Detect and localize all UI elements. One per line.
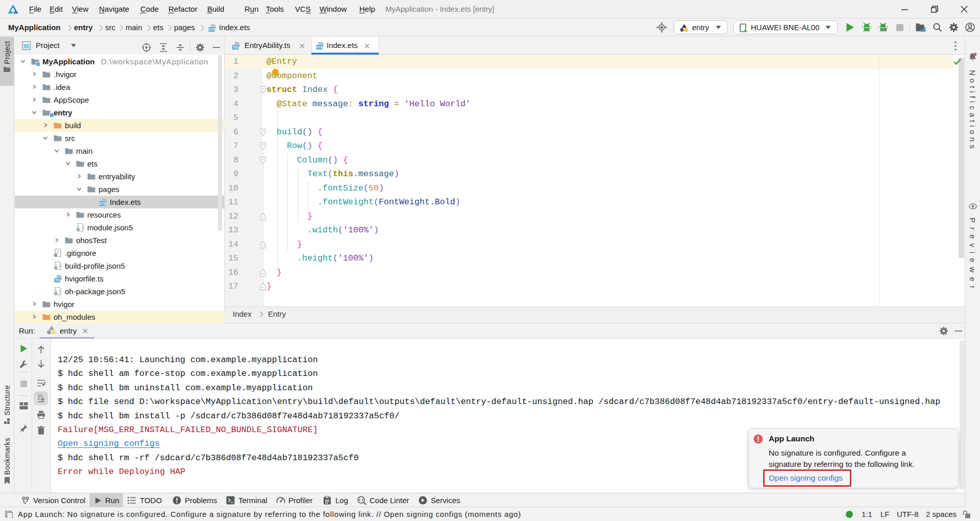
- svg-text:TS: TS: [55, 278, 60, 282]
- svg-text:TS: TS: [233, 45, 238, 49]
- svg-text:ETS: ETS: [208, 28, 215, 31]
- svg-text:ETS: ETS: [316, 45, 323, 49]
- svg-text:ETS: ETS: [99, 202, 106, 205]
